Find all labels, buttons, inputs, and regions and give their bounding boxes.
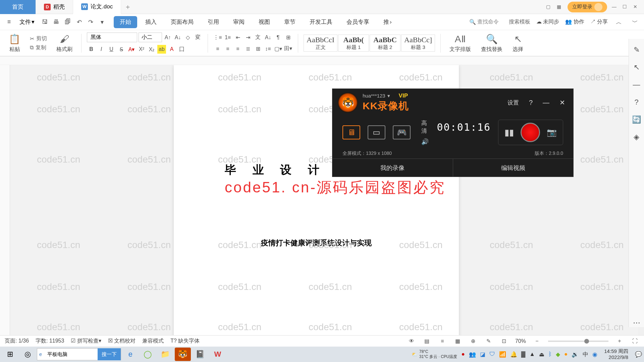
kk-taskbar-icon[interactable]: 🐯 (175, 348, 191, 361)
kk-screenshot-button[interactable]: 📷 (547, 128, 557, 137)
tray-icon[interactable]: ▓ (521, 351, 525, 358)
doc-proof[interactable]: ☒ 文档校对 (108, 338, 136, 345)
outdent-icon[interactable]: ⇤ (233, 33, 242, 42)
text-layout-button[interactable]: AⅡ文字排版 (446, 34, 474, 53)
tray-icon[interactable]: 👥 (469, 351, 476, 358)
coop-button[interactable]: 👥 协作 (565, 18, 584, 25)
shrink-font-icon[interactable]: A↓ (173, 33, 182, 42)
annotate-icon[interactable]: ✎ (484, 337, 493, 346)
kk-my-recordings[interactable]: 我的录像 (332, 159, 453, 177)
tabs-icon[interactable]: ⊞ (284, 33, 292, 42)
layout-icon[interactable]: ▢ (546, 4, 552, 10)
bullets-icon[interactable]: ⋮≡ (213, 33, 222, 42)
sort-icon[interactable]: A↓ (264, 33, 272, 42)
align-left-icon[interactable]: ≡ (213, 45, 222, 53)
fullscreen-icon[interactable]: ⛶ (631, 337, 639, 346)
ime-indicator[interactable]: 中 (583, 351, 588, 358)
outline-view-icon[interactable]: ≡ (438, 337, 447, 346)
print-icon[interactable]: 🖶 (51, 17, 61, 27)
kk-help-icon[interactable]: ? (526, 99, 535, 107)
zoom-out-icon[interactable]: − (533, 337, 541, 346)
start-button[interactable]: ⊞ (2, 348, 18, 361)
mtab-more[interactable]: 推 (377, 16, 398, 28)
collapse-up-icon[interactable]: ︿ (614, 17, 624, 27)
kk-recorder-window[interactable]: 🐯 hua***123 ▾ VIP KK录像机 设置 ? — ✕ 🖥 ▭ 🎮 高… (332, 88, 574, 177)
copy-button[interactable]: ⧉ 复制 (30, 44, 47, 51)
shading-icon[interactable]: ▢▾ (274, 45, 282, 53)
mtab-dev[interactable]: 开发工具 (304, 16, 338, 28)
save-icon[interactable]: 🖫 (40, 17, 50, 27)
line-spacing-icon[interactable]: ↕≡ (264, 45, 272, 53)
tray-bluetooth-icon[interactable]: ᛒ (548, 351, 552, 358)
notepad-icon[interactable]: 📓 (192, 348, 208, 361)
italic-button[interactable]: I (97, 45, 106, 54)
ie-button[interactable]: e (122, 348, 139, 361)
share-button[interactable]: ↗ 分享 (590, 18, 608, 25)
sync-status[interactable]: ☁ 未同步 (536, 18, 559, 25)
tab-home[interactable]: 首页 (0, 0, 36, 14)
undo-icon[interactable]: ↶ (74, 17, 84, 27)
zoom-in-icon[interactable]: ＋ (615, 337, 624, 346)
translate-tool-icon[interactable]: 🔄 (632, 115, 641, 124)
tray-icon[interactable]: ◆ (556, 351, 560, 358)
borders-icon[interactable]: 田▾ (284, 45, 292, 53)
collapse-down-icon[interactable]: ﹀ (630, 17, 640, 27)
bold-button[interactable]: B (87, 45, 96, 54)
font-color-button[interactable]: A▾ (127, 45, 136, 54)
align-center-icon[interactable]: ≡ (223, 45, 232, 53)
tray-icon[interactable]: ● (564, 351, 568, 358)
kk-sound-icon[interactable]: 🔊 (421, 138, 491, 145)
action-center-icon[interactable]: 💬 (635, 351, 642, 358)
kk-mode-fullscreen[interactable]: 🖥 (342, 125, 360, 139)
char-border-button[interactable]: 囗 (177, 45, 186, 54)
tray-wifi-icon[interactable]: 📶 (499, 351, 506, 358)
style-h3[interactable]: AaBbCc]标题 3 (401, 35, 435, 52)
font-select[interactable]: 黑体 (87, 33, 137, 42)
distribute-icon[interactable]: ⊞ (254, 45, 262, 53)
browser-button[interactable]: ◯ (140, 348, 156, 361)
taskbar-search[interactable]: e 搜一下 (37, 348, 121, 360)
size-select[interactable]: 小二 (139, 33, 162, 42)
mtab-ref[interactable]: 引用 (202, 16, 225, 28)
tab-docao[interactable]: D 稻壳 (36, 0, 73, 14)
paste-button[interactable]: 📋粘贴 (5, 34, 24, 53)
text-color-button[interactable]: A (167, 45, 176, 54)
kk-close-icon[interactable]: ✕ (557, 99, 568, 107)
file-menu[interactable]: 文件 ▾ (16, 18, 38, 26)
tray-icon[interactable]: ● (461, 351, 465, 358)
justify-icon[interactable]: ≣ (244, 45, 252, 53)
clock[interactable]: 14:59 周四 2022/9/8 (601, 348, 631, 360)
select-button[interactable]: ↖选择 (509, 34, 527, 53)
help-tool-icon[interactable]: ? (634, 98, 638, 107)
eye-icon[interactable]: 👁 (407, 337, 416, 346)
underline-button[interactable]: U (107, 45, 116, 54)
superscript-button[interactable]: X² (137, 45, 146, 54)
copilot-icon[interactable]: ◎ (19, 348, 36, 361)
explorer-button[interactable]: 📁 (157, 348, 173, 361)
login-button[interactable]: 立即登录 (568, 2, 607, 12)
location-tool-icon[interactable]: ◈ (634, 133, 639, 141)
grid-icon[interactable]: ▦ (557, 4, 563, 10)
compat-mode[interactable]: 兼容模式 (142, 338, 164, 345)
kk-pause-button[interactable]: ▮▮ (504, 127, 514, 138)
kk-username[interactable]: hua***123 ▾ VIP (363, 93, 409, 99)
kk-titlebar[interactable]: 🐯 hua***123 ▾ VIP KK录像机 设置 ? — ✕ (332, 89, 573, 116)
minimize-icon[interactable]: — (612, 4, 618, 10)
kk-minimize-icon[interactable]: — (540, 99, 552, 107)
kk-quality[interactable]: 高清 (421, 119, 431, 135)
wps-icon[interactable]: W (210, 348, 226, 361)
kk-edit-video[interactable]: 编辑视频 (453, 159, 574, 177)
clear-format-icon[interactable]: ◇ (183, 33, 192, 42)
mtab-review[interactable]: 审阅 (227, 16, 251, 28)
show-marks-icon[interactable]: ¶ (274, 33, 282, 42)
qat-more-icon[interactable]: ▾ (97, 17, 107, 27)
indent-icon[interactable]: ⇥ (244, 33, 252, 42)
mtab-chapter[interactable]: 章节 (278, 16, 302, 28)
mtab-vip[interactable]: 会员专享 (340, 16, 375, 28)
print-preview-icon[interactable]: 🗐 (63, 17, 73, 27)
tray-icon[interactable]: ◉ (592, 351, 597, 358)
tab-doc[interactable]: W 论文.doc (73, 0, 121, 14)
tray-shield-icon[interactable]: 🛡 (489, 351, 495, 358)
asian-layout-icon[interactable]: 文 (254, 33, 262, 42)
word-count[interactable]: 字数: 11953 (36, 338, 64, 345)
